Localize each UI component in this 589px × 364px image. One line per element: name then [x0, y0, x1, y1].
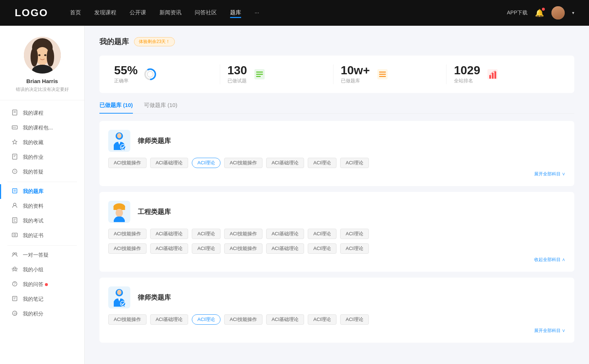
- logo: LOGO: [15, 7, 48, 19]
- app-download-button[interactable]: APP下载: [507, 10, 528, 16]
- svg-point-35: [12, 268, 14, 270]
- tag-item[interactable]: ACI技能操作: [224, 158, 262, 168]
- tag-item[interactable]: ACI理论: [308, 243, 336, 254]
- tag-item[interactable]: ACI理论: [192, 229, 221, 239]
- nav-home[interactable]: 首页: [70, 8, 81, 18]
- sidebar-item-course-package[interactable]: 我的课程包...: [0, 121, 84, 135]
- tag-item[interactable]: ACI技能操作: [108, 158, 147, 168]
- svg-text:分: 分: [14, 312, 17, 315]
- card-title-lawyer-1: 律师类题库: [138, 136, 171, 145]
- sidebar-label: 我的积分: [23, 311, 43, 317]
- tag-item[interactable]: ACI技能操作: [108, 229, 147, 239]
- lawyer-card-icon-2: [108, 286, 130, 308]
- tag-item[interactable]: ACI理论: [340, 243, 369, 254]
- tag-item[interactable]: ACI基础理论: [266, 314, 304, 325]
- sidebar-item-notes[interactable]: 我的笔记: [0, 292, 84, 307]
- tag-item[interactable]: ACI理论: [308, 314, 336, 325]
- stat-accuracy: 55% 正确率: [114, 64, 220, 84]
- tab-available-banks[interactable]: 可做题库 (10): [144, 102, 177, 113]
- sidebar-item-points[interactable]: 分 我的积分: [0, 307, 84, 321]
- stat-done-questions: 130 已做试题: [220, 64, 334, 84]
- tag-item[interactable]: ACI基础理论: [150, 243, 188, 254]
- navbar: LOGO 首页 发现课程 公开课 新闻资讯 问答社区 题库 ··· APP下载 …: [0, 0, 589, 26]
- sidebar-label: 一对一答疑: [23, 252, 49, 258]
- tabs-row: 已做题库 (10) 可做题库 (10): [99, 102, 574, 114]
- qa-badge: [45, 283, 48, 286]
- tag-item[interactable]: ACI基础理论: [150, 314, 188, 325]
- tag-item[interactable]: ACI技能操作: [108, 314, 147, 325]
- svg-point-6: [47, 47, 54, 67]
- nav-open[interactable]: 公开课: [130, 8, 146, 18]
- tag-item-active[interactable]: ACI理论: [192, 314, 221, 325]
- card-lawyer-1: 律师类题库 ACI技能操作 ACI基础理论 ACI理论 ACI技能操作 ACI基…: [99, 121, 574, 186]
- tag-item-active[interactable]: ACI理论: [192, 158, 221, 168]
- tag-item[interactable]: ACI理论: [308, 158, 336, 168]
- tag-item[interactable]: ACI技能操作: [224, 243, 262, 254]
- card-title-engineer: 工程类题库: [138, 207, 171, 216]
- my-courses-icon: [11, 110, 18, 117]
- engineer-card-icon: [108, 201, 130, 223]
- sidebar-label: 我的问答: [23, 281, 43, 288]
- page-header: 我的题库 体验剩余23天！: [99, 37, 574, 47]
- collapse-link-engineer[interactable]: 收起全部科目 ∧: [108, 257, 565, 263]
- sidebar-profile: Brian Harris 错误的决定比没有决定要好: [0, 37, 84, 100]
- question-bank-icon: [11, 188, 18, 195]
- svg-text:?: ?: [14, 170, 16, 174]
- tag-item[interactable]: ACI理论: [308, 229, 336, 239]
- tag-item[interactable]: ACI基础理论: [150, 229, 188, 239]
- nav-qa[interactable]: 问答社区: [195, 8, 217, 18]
- nav-more[interactable]: ···: [254, 8, 259, 18]
- notification-bell[interactable]: 🔔: [535, 8, 544, 17]
- svg-point-36: [16, 268, 17, 270]
- tag-item[interactable]: ACI技能操作: [224, 314, 262, 325]
- sidebar-menu: 我的课程 我的课程包... 我的收藏 我的作业: [0, 100, 84, 327]
- sidebar-item-certificate[interactable]: 我的证书: [0, 228, 84, 243]
- svg-point-32: [13, 253, 15, 255]
- tags-row-lawyer-1: ACI技能操作 ACI基础理论 ACI理论 ACI技能操作 ACI基础理论 AC…: [108, 158, 565, 168]
- nav-discover[interactable]: 发现课程: [94, 8, 116, 18]
- sidebar-item-profile[interactable]: 我的资料: [0, 199, 84, 214]
- profile-name: Brian Harris: [27, 78, 58, 84]
- tag-item[interactable]: ACI技能操作: [224, 229, 262, 239]
- tag-item[interactable]: ACI理论: [340, 229, 369, 239]
- user-avatar[interactable]: [551, 6, 565, 19]
- questions-icon: ?: [11, 168, 18, 176]
- tag-item[interactable]: ACI基础理论: [266, 229, 304, 239]
- sidebar-item-questions[interactable]: ? 我的答疑: [0, 165, 84, 179]
- expand-link-lawyer-1[interactable]: 展开全部科目 ∨: [108, 171, 565, 177]
- svg-rect-57: [492, 73, 494, 79]
- sidebar-item-my-qa[interactable]: ? 我的问答: [0, 277, 84, 292]
- stat-done-banks: 10w+ 已做题库: [334, 64, 447, 84]
- sidebar-item-homework[interactable]: 我的作业: [0, 150, 84, 165]
- nav-links: 首页 发现课程 公开课 新闻资讯 问答社区 题库 ···: [70, 8, 507, 18]
- nav-question-bank[interactable]: 题库: [230, 8, 241, 18]
- tag-item[interactable]: ACI理论: [192, 243, 221, 254]
- tag-item[interactable]: ACI技能操作: [108, 243, 147, 254]
- sidebar-label: 我的课程: [23, 110, 43, 117]
- svg-rect-58: [494, 71, 496, 79]
- stat-value-rank: 1029: [454, 64, 480, 76]
- tag-item[interactable]: ACI理论: [340, 158, 369, 168]
- stats-row: 55% 正确率 130 已做试题: [99, 56, 574, 93]
- sidebar-item-exam[interactable]: 我的考试: [0, 214, 84, 228]
- tag-item[interactable]: ACI基础理论: [266, 158, 304, 168]
- profile-dropdown-arrow[interactable]: ▾: [572, 10, 574, 15]
- sidebar-item-favorites[interactable]: 我的收藏: [0, 135, 84, 150]
- sidebar-label: 我的考试: [23, 218, 43, 224]
- sidebar-divider-2: [7, 245, 77, 246]
- stat-label-rank: 全站排名: [454, 78, 480, 84]
- tab-done-banks[interactable]: 已做题库 (10): [99, 102, 133, 113]
- tag-item[interactable]: ACI基础理论: [150, 158, 188, 168]
- tag-item[interactable]: ACI理论: [340, 314, 369, 325]
- sidebar-item-my-courses[interactable]: 我的课程: [0, 106, 84, 121]
- trial-badge: 体验剩余23天！: [134, 37, 175, 46]
- expand-link-lawyer-2[interactable]: 展开全部科目 ∨: [108, 328, 565, 334]
- sidebar-item-one-on-one[interactable]: 一对一答疑: [0, 248, 84, 263]
- nav-news[interactable]: 新闻资讯: [159, 8, 181, 18]
- card-lawyer-2: 律师类题库 ACI技能操作 ACI基础理论 ACI理论 ACI技能操作 ACI基…: [99, 278, 574, 343]
- tag-item[interactable]: ACI基础理论: [266, 243, 304, 254]
- sidebar-item-question-bank[interactable]: 我的题库: [0, 184, 84, 199]
- sidebar-item-group[interactable]: 我的小组: [0, 263, 84, 277]
- sidebar-label: 我的作业: [23, 154, 43, 161]
- svg-rect-22: [13, 189, 17, 193]
